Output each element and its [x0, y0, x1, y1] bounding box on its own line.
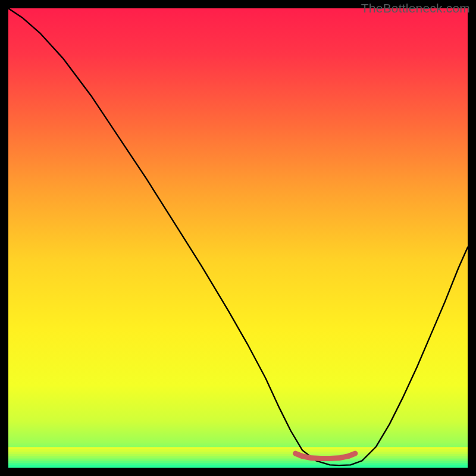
watermark-text: TheBottleneck.com — [361, 1, 470, 15]
bottleneck-chart — [8, 8, 468, 468]
svg-rect-8 — [8, 465, 468, 468]
green-band-stripes — [8, 447, 468, 468]
